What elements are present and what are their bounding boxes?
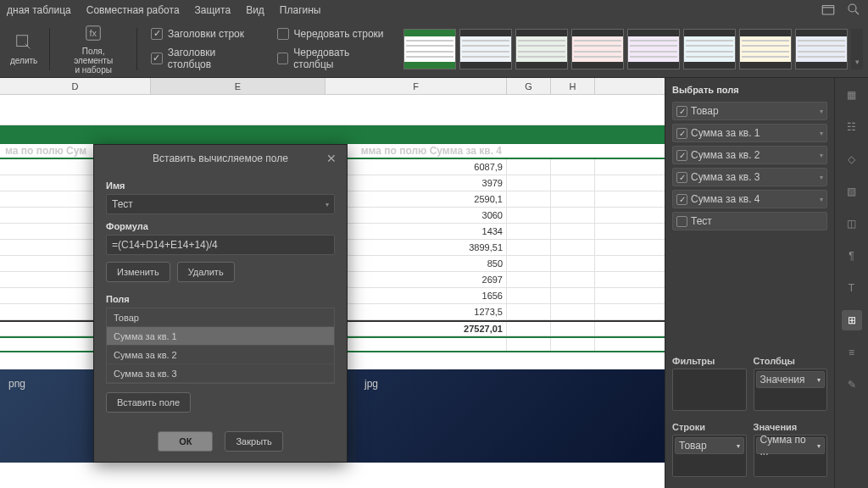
field-item[interactable]: Сумма за кв. 2▾ [672, 146, 827, 164]
pivot-side-panel: Выбрать поля Товар▾ Сумма за кв. 1▾ Сумм… [665, 78, 834, 488]
table-style[interactable] [571, 29, 624, 69]
signature-icon[interactable]: ✎ [842, 374, 862, 395]
image-icon[interactable]: ▧ [842, 181, 862, 202]
svg-rect-0 [822, 6, 834, 15]
list-item[interactable]: Товар [107, 308, 334, 327]
name-input[interactable]: Тест▾ [106, 194, 335, 214]
col-header[interactable]: E [151, 78, 326, 94]
check-alt-cols[interactable]: Чередовать столбцы [277, 47, 390, 70]
field-item[interactable]: Сумма за кв. 1▾ [672, 124, 827, 142]
text-icon[interactable]: T [842, 278, 862, 298]
ribbon: делить fx Поля, элементы и наборы Заголо… [0, 20, 868, 78]
table-icon[interactable]: ☷ [842, 117, 862, 137]
side-title: Выбрать поля [672, 85, 827, 95]
column-headers: D E F G H [0, 78, 665, 95]
fields-list: Товар Сумма за кв. 1 Сумма за кв. 2 Сумм… [106, 308, 335, 384]
col-header[interactable]: D [0, 78, 151, 94]
col-header[interactable]: H [551, 78, 595, 94]
col-header[interactable]: G [507, 78, 551, 94]
table-style[interactable] [627, 29, 680, 69]
list-item[interactable]: Сумма за кв. 2 [107, 346, 334, 364]
table-style[interactable] [683, 29, 736, 69]
edit-button[interactable]: Изменить [106, 262, 170, 282]
pill[interactable]: Товар▾ [675, 437, 744, 454]
formula-label: Формула [106, 221, 335, 231]
pill[interactable]: Значения▾ [756, 371, 826, 388]
table-style[interactable] [795, 29, 848, 69]
field-item[interactable]: Сумма за кв. 4▾ [672, 190, 827, 208]
style-gallery: ▾ [403, 29, 863, 69]
calculated-field-dialog: Вставить вычисляемое поле ✕ Имя Тест▾ Фо… [93, 144, 348, 463]
search-icon[interactable] [846, 2, 861, 19]
insert-field-button[interactable]: Вставить поле [106, 392, 191, 413]
jpg-image: jpg [356, 369, 665, 463]
list-item[interactable]: Сумма за кв. 3 [107, 364, 334, 383]
chart-icon[interactable]: ◫ [842, 214, 862, 234]
select-icon [14, 32, 34, 53]
check-col-headers[interactable]: Заголовки столбцов [151, 47, 260, 70]
name-label: Имя [106, 180, 335, 191]
field-item[interactable]: Сумма за кв. 3▾ [672, 168, 827, 186]
table-style[interactable] [403, 29, 456, 69]
pill[interactable]: Сумма по ...▾ [756, 437, 826, 454]
formula-icon: fx [83, 23, 103, 43]
col-header[interactable]: F [326, 78, 507, 94]
style-more[interactable]: ▾ [851, 29, 863, 69]
check-row-headers[interactable]: Заголовки строк [151, 28, 260, 40]
field-item[interactable]: Товар▾ [672, 102, 827, 120]
folder-icon[interactable] [821, 2, 836, 19]
check-alt-rows[interactable]: Чередовать строки [277, 28, 390, 40]
filters-well[interactable] [672, 369, 747, 411]
formula-input[interactable]: =(C14+D14+E14+14)/4 [106, 235, 335, 255]
cell-settings-icon[interactable]: ▦ [842, 85, 862, 105]
delete-button[interactable]: Удалить [177, 262, 235, 282]
dialog-title: Вставить вычисляемое поле ✕ [94, 145, 347, 172]
table-style[interactable] [515, 29, 568, 69]
table-style[interactable] [459, 29, 512, 69]
svg-text:fx: fx [90, 28, 97, 38]
slicer-icon[interactable]: ≡ [842, 342, 862, 363]
fields-group[interactable]: fx Поля, элементы и наборы [57, 23, 130, 75]
menu-bar: дная таблица Совместная работа Защита Ви… [0, 0, 868, 20]
rows-well[interactable]: Товар▾ [672, 435, 747, 477]
paragraph-icon[interactable]: ¶ [842, 246, 862, 266]
right-icon-bar: ▦ ☷ ◇ ▧ ◫ ¶ T ⊞ ≡ ✎ [834, 78, 868, 488]
ok-button[interactable]: ОК [158, 431, 213, 452]
table-style[interactable] [739, 29, 792, 69]
pivot-icon[interactable]: ⊞ [842, 310, 862, 330]
select-group[interactable]: делить [5, 32, 42, 65]
shape-icon[interactable]: ◇ [842, 149, 862, 169]
menu-item[interactable]: Плагины [280, 4, 321, 16]
svg-point-1 [849, 4, 856, 12]
fields-label: Поля [106, 294, 335, 304]
close-button[interactable]: Закрыть [225, 431, 282, 452]
field-item[interactable]: Тест [672, 212, 827, 230]
menu-item[interactable]: Защита [195, 4, 231, 16]
menu-item[interactable]: дная таблица [7, 4, 71, 16]
menu-item[interactable]: Вид [246, 4, 264, 16]
list-item[interactable]: Сумма за кв. 1 [107, 327, 334, 346]
close-icon[interactable]: ✕ [326, 152, 340, 165]
values-well[interactable]: Сумма по ...▾ [754, 435, 828, 477]
menu-item[interactable]: Совместная работа [86, 4, 180, 16]
columns-well[interactable]: Значения▾ [754, 369, 828, 411]
